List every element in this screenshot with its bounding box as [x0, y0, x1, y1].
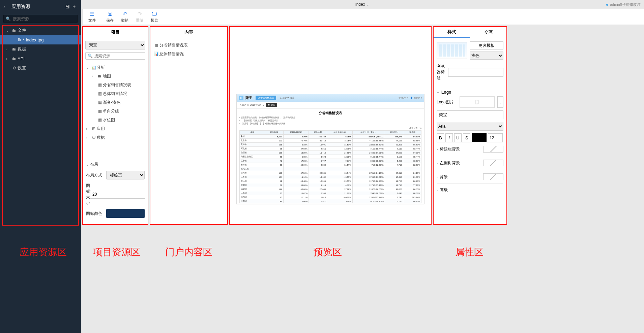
report-title: 分省销售情况表 [237, 109, 424, 116]
icon-color-swatch[interactable] [106, 209, 145, 218]
save-button[interactable]: 🖫保存 [103, 9, 117, 24]
annotation-text: 属性区 [455, 246, 484, 259]
tree-item-data[interactable]: ›⛁数据 [85, 133, 145, 142]
preview-tab-active[interactable]: 分省销售情况表 [256, 96, 276, 100]
layout-section: 布局 布局方式 标签页 图标大小 图标颜色 [83, 158, 148, 225]
tree-item-files[interactable]: ⌄ 🖿 文件 [0, 26, 81, 35]
tree-item-settings[interactable]: ⚙ 设置 [0, 63, 81, 73]
export-button[interactable]: ▣ 导出 [266, 103, 277, 107]
icon-size-label: 图标大小 [86, 183, 90, 206]
icon-color-label: 图标颜色 [86, 211, 106, 217]
annotation-text: 项目资源区 [93, 246, 140, 259]
bg-label[interactable]: 背景 [437, 174, 448, 180]
save-icon[interactable]: 🖫 [64, 4, 71, 9]
layout-header[interactable]: 布局 [86, 162, 145, 167]
table-icon: ▦ [153, 43, 159, 47]
change-template-button[interactable]: 更改模板 [470, 41, 503, 49]
logo-image-label: Logo图片 [437, 99, 457, 105]
tree-item-water-level[interactable]: ▦水位图 [85, 115, 145, 124]
chevron-right-icon: › [86, 127, 91, 131]
properties-panel: 样式 交互 更改模板 浅色 浏览器标题 Logo Logo图片 D ⌄ Aria… [433, 26, 507, 225]
chevron-right-icon: › [86, 136, 91, 139]
preview-subheader: 当前月份 2019年2月 ⌄ ▣ 导出 [237, 102, 424, 109]
file-button[interactable]: ☰文件 [85, 9, 99, 24]
project-tree: ⌄📊分析 ›🖿地图 ▦分省销售情况表 ▦总体销售情况 ▦渐变-浅色 ▦单向分组 … [85, 63, 145, 142]
topbar: index admin9秒前修改过 [81, 0, 644, 9]
data-table: 省份销售数量销量数量增幅销售金额销售金额增幅销售计划（完成）销售计划完成率 合计… [239, 130, 421, 203]
logo-dropdown[interactable]: ⌄ [497, 96, 503, 108]
tree-label: 文件 [18, 27, 26, 33]
icon-size-input[interactable] [90, 190, 145, 199]
content-item[interactable]: 📊总体销售情况 [153, 49, 225, 58]
tree-item-api[interactable]: › 🖿 API [0, 54, 81, 63]
tab-style[interactable]: 样式 [433, 27, 470, 38]
logo-text-input[interactable] [437, 110, 503, 119]
template-thumbnail [437, 42, 467, 59]
chart-icon: 📊 [91, 65, 97, 70]
apps-icon: ⊞ [91, 126, 97, 131]
preview-button[interactable]: 🖵预览 [147, 9, 162, 24]
project-panel-title: 项目 [83, 27, 148, 38]
font-color-swatch[interactable] [472, 133, 487, 142]
annotation-text: 应用资源区 [20, 246, 67, 259]
preview-content: D 聚宝 分省销售情况表 总体销售情况 ⟲ 浅色 ▾ 👤 admin ▾ 当前月… [236, 94, 425, 204]
italic-button[interactable]: I [445, 133, 453, 142]
back-icon[interactable]: ‹ [3, 4, 9, 9]
theme-select[interactable]: 浅色 [470, 52, 503, 60]
tree-item-prov-sales[interactable]: ▦分省销售情况表 [85, 80, 145, 89]
document-title[interactable]: index [355, 2, 370, 7]
undo-button[interactable]: ↶撤销 [117, 9, 132, 24]
browser-title-input[interactable] [448, 68, 503, 77]
bold-button[interactable]: B [437, 133, 444, 142]
tab-interact[interactable]: 交互 [470, 27, 507, 38]
sidebar-search[interactable]: 🔍 [3, 15, 78, 23]
left-tree-bg-label[interactable]: 左侧树背景 [437, 160, 460, 166]
preview-panel: D 聚宝 分省销售情况表 总体销售情况 ⟲ 浅色 ▾ 👤 admin ▾ 当前月… [229, 26, 432, 225]
grid-icon: ▦ [97, 91, 103, 96]
font-size-input[interactable] [488, 133, 503, 142]
advanced-label[interactable]: 高级 [437, 187, 448, 193]
tree-item-app[interactable]: ›⊞应用 [85, 124, 145, 133]
separator [101, 11, 101, 22]
chevron-right-icon: › [6, 57, 11, 61]
preview-tab[interactable]: 总体销售情况 [278, 96, 296, 100]
save-icon: 🖫 [107, 11, 113, 17]
unit-label: 单位：件、元 [237, 127, 424, 130]
underline-button[interactable]: U [454, 133, 462, 142]
preview-user-info: ⟲ 浅色 ▾ 👤 admin ▾ [399, 96, 422, 100]
search-icon: 🔍 [88, 54, 93, 58]
chevron-down-icon: ⌄ [86, 66, 91, 69]
tree-label: 设置 [18, 65, 26, 71]
tree-item-overall-sales[interactable]: ▦总体销售情况 [85, 89, 145, 98]
folder-icon: 🖿 [11, 47, 18, 52]
bg-swatch[interactable] [483, 173, 503, 180]
layout-mode-select[interactable]: 标签页 [106, 171, 145, 179]
tree-item-gradient[interactable]: ▦渐变-浅色 [85, 98, 145, 107]
redo-button[interactable]: ↷重做 [132, 9, 147, 24]
tree-item-single-group[interactable]: ▦单向分组 [85, 107, 145, 115]
tree-item-index-file[interactable]: 🗎 * index.tpg [0, 35, 81, 44]
font-select[interactable]: Arial [437, 122, 503, 131]
search-icon: 🔍 [6, 16, 11, 21]
title-bg-label[interactable]: 标题栏背景 [437, 146, 460, 152]
annotation-text: 门户内容区 [165, 246, 212, 259]
tree-item-analysis[interactable]: ⌄📊分析 [85, 63, 145, 72]
app-logo-icon: D [239, 96, 243, 100]
sidebar-title: 应用资源 [9, 4, 64, 10]
content-item[interactable]: ▦分省销售情况表 [153, 41, 225, 49]
logo-section-header[interactable]: Logo [437, 85, 503, 96]
main-toolbar: ☰文件 🖫保存 ↶撤销 ↷重做 🖵预览 [82, 9, 644, 25]
add-icon[interactable]: ＋ [71, 4, 78, 10]
search-input[interactable] [13, 16, 75, 21]
title-bg-swatch[interactable] [483, 146, 503, 153]
strike-button[interactable]: S [463, 133, 470, 142]
tree-item-map[interactable]: ›🖿地图 [85, 72, 145, 80]
tree-item-data[interactable]: › 🖿 数据 [0, 44, 81, 54]
chart-icon: 📊 [153, 52, 159, 56]
project-select[interactable]: 聚宝 [85, 41, 145, 49]
tree-label: API [18, 56, 25, 61]
project-search-input[interactable] [94, 54, 145, 58]
project-search[interactable]: 🔍 [85, 52, 145, 60]
modified-label: admin9秒前修改过 [606, 2, 641, 7]
left-tree-bg-swatch[interactable] [483, 160, 503, 166]
